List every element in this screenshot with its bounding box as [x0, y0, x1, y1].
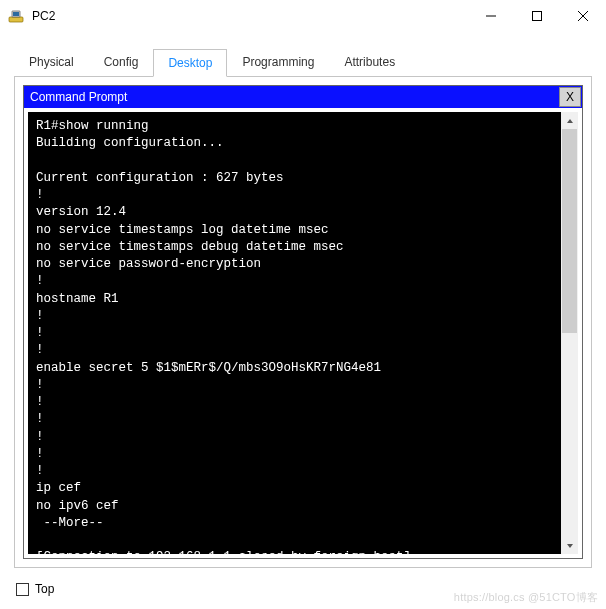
svg-marker-7	[567, 119, 573, 123]
scrollbar[interactable]	[561, 112, 578, 554]
command-prompt-terminal[interactable]: R1#show running Building configuration..…	[28, 112, 561, 554]
content-area: Command Prompt X R1#show running Buildin…	[14, 76, 592, 568]
maximize-button[interactable]	[514, 0, 560, 32]
top-checkbox-label: Top	[35, 582, 54, 596]
tab-config[interactable]: Config	[89, 48, 154, 76]
scrollbar-down-button[interactable]	[561, 537, 578, 554]
scrollbar-track[interactable]	[561, 129, 578, 537]
window-controls	[468, 0, 606, 32]
scrollbar-thumb[interactable]	[562, 129, 577, 333]
minimize-button[interactable]	[468, 0, 514, 32]
close-button[interactable]	[560, 0, 606, 32]
scrollbar-up-button[interactable]	[561, 112, 578, 129]
svg-rect-2	[13, 12, 19, 16]
command-prompt-titlebar: Command Prompt X	[24, 86, 582, 108]
tab-bar: Physical Config Desktop Programming Attr…	[0, 32, 606, 76]
tab-physical[interactable]: Physical	[14, 48, 89, 76]
titlebar: PC2	[0, 0, 606, 32]
top-checkbox[interactable]	[16, 583, 29, 596]
command-prompt-title: Command Prompt	[30, 90, 558, 104]
app-icon	[8, 8, 24, 24]
command-prompt-body-wrap: R1#show running Building configuration..…	[24, 108, 582, 558]
svg-marker-8	[567, 544, 573, 548]
window-title: PC2	[32, 9, 468, 23]
watermark: https://blog.cs @51CTO博客	[454, 590, 598, 605]
tab-desktop[interactable]: Desktop	[153, 49, 227, 77]
tab-attributes[interactable]: Attributes	[329, 48, 410, 76]
svg-rect-0	[9, 17, 23, 22]
tab-programming[interactable]: Programming	[227, 48, 329, 76]
command-prompt-close-button[interactable]: X	[559, 87, 581, 107]
svg-rect-4	[533, 12, 542, 21]
command-prompt-window: Command Prompt X R1#show running Buildin…	[23, 85, 583, 559]
